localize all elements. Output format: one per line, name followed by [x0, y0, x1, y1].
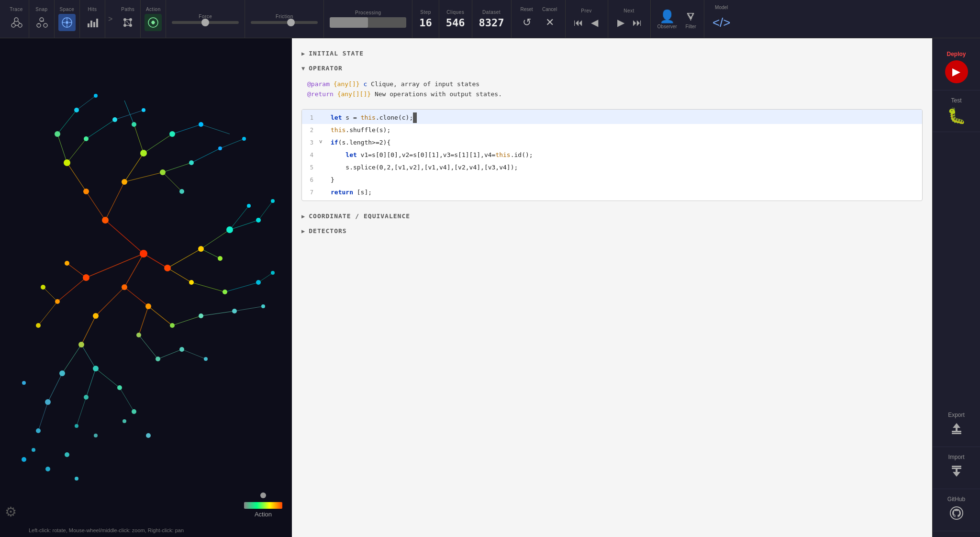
- svg-point-145: [22, 381, 26, 385]
- operator-header[interactable]: ▼ OPERATOR: [301, 61, 923, 76]
- svg-rect-154: [952, 431, 961, 432]
- next-label: Next: [624, 8, 635, 13]
- svg-point-95: [122, 179, 127, 185]
- svg-point-2: [18, 23, 22, 27]
- paths-label: Paths: [121, 7, 134, 12]
- code-line-7: 7 return [s];: [302, 186, 922, 201]
- svg-point-89: [140, 250, 147, 257]
- svg-rect-17: [88, 23, 89, 27]
- graph-viewport[interactable]: Action ⚙ Left-click: rotate, Mouse-wheel…: [0, 38, 292, 537]
- graph-status-text: Left-click: rotate, Mouse-wheel/middle-c…: [29, 527, 184, 533]
- model-icon[interactable]: </>: [711, 12, 732, 33]
- github-icon: [949, 505, 964, 524]
- reset-label: Reset: [521, 7, 533, 12]
- friction-slider[interactable]: [251, 21, 318, 24]
- initial-state-title: INITIAL STATE: [309, 50, 364, 57]
- step-value: 16: [419, 17, 432, 29]
- svg-point-123: [93, 366, 99, 371]
- svg-point-127: [232, 309, 237, 313]
- hits-icon[interactable]: [84, 14, 101, 31]
- prev-label: Prev: [581, 8, 592, 13]
- svg-rect-20: [96, 19, 98, 27]
- svg-point-131: [142, 108, 145, 112]
- export-label: Export: [948, 412, 965, 418]
- detectors-header[interactable]: ▶ DETECTORS: [301, 224, 923, 238]
- coordinate-header[interactable]: ▶ COORDINATE / EQUIVALENCE: [301, 209, 923, 224]
- snap-label: Snap: [35, 7, 47, 12]
- legend-bar: [244, 502, 282, 509]
- filter-item[interactable]: ⛛ Filter: [685, 9, 697, 29]
- svg-point-111: [223, 290, 227, 294]
- svg-point-94: [83, 189, 89, 194]
- friction-group: Friction: [245, 0, 324, 38]
- svg-point-97: [65, 261, 69, 266]
- svg-point-115: [169, 131, 175, 137]
- svg-point-137: [45, 399, 51, 405]
- svg-point-100: [198, 246, 204, 252]
- cliques-group: Cliques 546: [439, 0, 472, 38]
- next-last-button[interactable]: ⏭: [630, 15, 645, 30]
- filter-label: Filter: [686, 24, 696, 29]
- sidebar-item-github[interactable]: GitHub: [933, 489, 980, 531]
- snap-icon[interactable]: [33, 14, 50, 31]
- force-slider[interactable]: [172, 21, 239, 24]
- svg-point-96: [55, 299, 60, 304]
- svg-point-122: [59, 370, 65, 376]
- reset-button[interactable]: ↺: [518, 14, 535, 31]
- dataset-group: Dataset 8327: [472, 0, 512, 38]
- svg-point-0: [11, 23, 15, 27]
- svg-point-133: [218, 146, 222, 150]
- sidebar-item-import[interactable]: Import: [933, 447, 980, 489]
- sidebar-item-deploy[interactable]: Deploy ▶: [933, 44, 980, 90]
- import-label: Import: [948, 454, 964, 460]
- svg-point-118: [226, 226, 233, 233]
- svg-rect-19: [93, 22, 95, 27]
- coordinate-arrow: ▶: [301, 213, 305, 220]
- deploy-label: Deploy: [947, 51, 966, 57]
- svg-point-92: [122, 284, 127, 290]
- processing-group: Processing: [324, 0, 412, 38]
- param-line-2: @return {any[][]} New operations with ou…: [307, 90, 923, 100]
- trace-icon[interactable]: [8, 14, 25, 31]
- svg-rect-18: [90, 21, 92, 27]
- sidebar-item-export[interactable]: Export: [933, 405, 980, 447]
- main-content: Action ⚙ Left-click: rotate, Mouse-wheel…: [0, 38, 980, 537]
- svg-point-143: [204, 357, 208, 361]
- paths-icon[interactable]: [119, 14, 136, 31]
- prev-first-button[interactable]: ⏮: [571, 15, 586, 30]
- svg-point-110: [218, 256, 223, 261]
- cancel-button[interactable]: ✕: [541, 14, 558, 31]
- svg-point-98: [93, 313, 99, 319]
- test-icon: 🐛: [947, 107, 966, 125]
- action-icon[interactable]: [145, 14, 162, 31]
- prev-button[interactable]: ◀: [588, 15, 602, 30]
- force-thumb[interactable]: [201, 19, 209, 26]
- legend-dot: [260, 492, 266, 498]
- svg-point-149: [45, 467, 50, 471]
- code-panel: ▶ INITIAL STATE ▼ OPERATOR @param {any[]…: [292, 38, 932, 537]
- svg-point-128: [74, 108, 79, 112]
- toolbar: Trace Snap: [0, 0, 980, 38]
- code-line-6: 6 }: [302, 174, 922, 186]
- toolbar-group-action: Action: [141, 0, 166, 38]
- friction-thumb[interactable]: [287, 19, 295, 26]
- model-group: Model </>: [704, 0, 739, 38]
- dataset-label: Dataset: [482, 10, 501, 15]
- svg-point-142: [179, 347, 184, 352]
- svg-rect-158: [952, 468, 961, 469]
- space-icon[interactable]: [58, 14, 76, 31]
- code-editor[interactable]: 1 let s = this.clone(c); 2 this.shuffle(…: [301, 109, 923, 201]
- observer-icon: 👤: [659, 9, 675, 24]
- svg-line-4: [18, 21, 20, 23]
- play-button[interactable]: ▶: [614, 15, 628, 30]
- observer-item[interactable]: 👤 Observer: [657, 9, 677, 29]
- operator-params: @param {any[]} c Clique, array of input …: [301, 76, 923, 105]
- filter-icon: ⛛: [685, 9, 697, 24]
- svg-point-139: [84, 395, 89, 400]
- svg-point-144: [261, 304, 265, 308]
- sidebar-item-test[interactable]: Test 🐛: [933, 90, 980, 132]
- svg-point-136: [271, 271, 275, 275]
- initial-state-header[interactable]: ▶ INITIAL STATE: [301, 46, 923, 61]
- svg-point-113: [84, 136, 89, 141]
- svg-point-126: [199, 313, 203, 318]
